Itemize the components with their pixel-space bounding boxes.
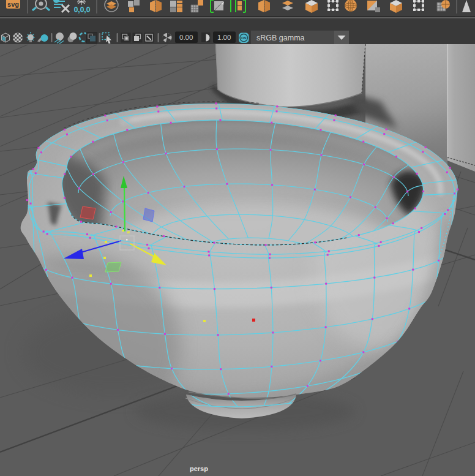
svg-text:0.00: 0.00 bbox=[179, 34, 193, 41]
svg-text:0,0,0: 0,0,0 bbox=[74, 6, 91, 14]
svg-text:1.00: 1.00 bbox=[217, 34, 231, 41]
svg-text:svg: svg bbox=[7, 1, 19, 8]
svg-text:persp: persp bbox=[190, 465, 208, 472]
svg-text:ON: ON bbox=[241, 36, 246, 40]
svg-text:sRGB gamma: sRGB gamma bbox=[256, 34, 305, 42]
